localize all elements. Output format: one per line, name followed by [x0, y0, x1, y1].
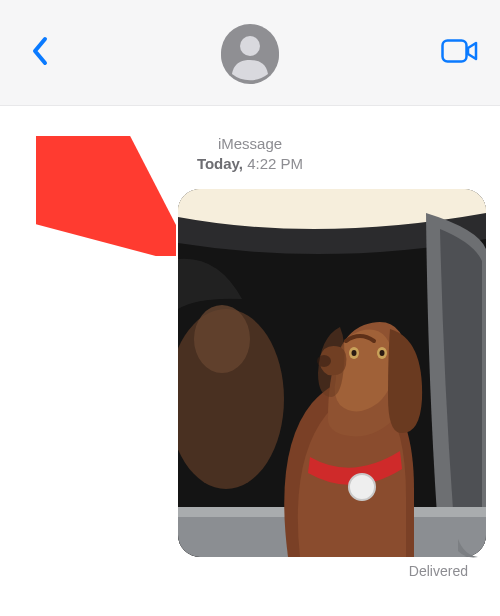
- svg-point-1: [240, 36, 260, 56]
- svg-point-13: [352, 350, 357, 356]
- service-label: iMessage: [0, 134, 500, 154]
- contact-avatar[interactable]: [221, 26, 279, 84]
- bubble-tail-icon: [458, 539, 478, 559]
- conversation-header: [0, 0, 500, 106]
- svg-point-15: [380, 350, 385, 356]
- person-circle-icon: [221, 24, 279, 86]
- back-button[interactable]: [18, 31, 62, 75]
- svg-rect-2: [443, 40, 467, 61]
- delivery-status: Delivered: [14, 563, 486, 579]
- timestamp-time: 4:22 PM: [247, 155, 303, 172]
- timestamp-day: Today,: [197, 155, 243, 172]
- sent-image-message[interactable]: [178, 189, 486, 557]
- message-timestamp: iMessage Today, 4:22 PM: [0, 134, 500, 173]
- chevron-left-icon: [31, 36, 49, 70]
- svg-point-8: [194, 305, 250, 373]
- timestamp-line: Today, 4:22 PM: [0, 154, 500, 174]
- video-camera-icon: [441, 38, 479, 68]
- message-row: [14, 189, 486, 557]
- dog-in-car-image: [178, 189, 486, 557]
- facetime-video-button[interactable]: [438, 31, 482, 75]
- message-thread: Delivered: [0, 189, 500, 579]
